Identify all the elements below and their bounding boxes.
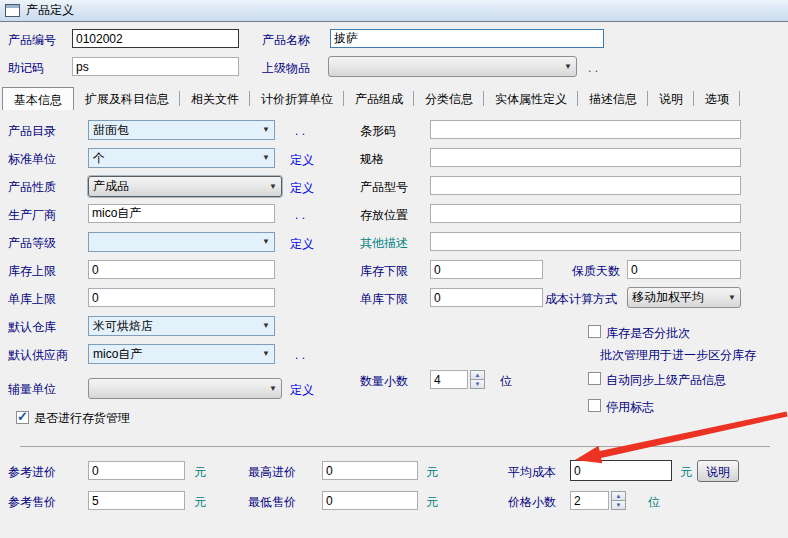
chevron-down-icon: ▼ [269, 183, 277, 191]
nature-define-link[interactable]: 定义 [290, 180, 314, 197]
tab-bar: 基本信息 扩展及科目信息 相关文件 计价折算单位 产品组成 分类信息 实体属性定… [2, 87, 740, 110]
cost-method-combo[interactable]: 移动加权平均 ▼ [627, 287, 741, 308]
chevron-down-icon: ▼ [262, 350, 270, 358]
spinner-up-icon[interactable]: ▲ [470, 370, 485, 379]
warehouse-combo[interactable]: 米可烘焙店 ▼ [88, 316, 275, 336]
avg-cost-unit: 元 [680, 465, 692, 479]
model-input[interactable] [430, 176, 741, 195]
catalog-combo[interactable]: 甜面包 ▼ [88, 120, 275, 140]
chevron-down-icon: ▼ [262, 154, 270, 162]
grade-define-link[interactable]: 定义 [290, 236, 314, 253]
tab-basic-info[interactable]: 基本信息 [2, 87, 74, 110]
spinner-up-icon[interactable]: ▲ [611, 491, 626, 500]
chevron-down-icon: ▼ [728, 294, 736, 302]
manufacturer-more-link[interactable]: . . [295, 208, 305, 222]
store-upper-label: 单库上限 [8, 292, 56, 306]
tab-remark[interactable]: 说明 [648, 87, 694, 110]
warehouse-label: 默认仓库 [8, 320, 56, 334]
ref-purchase-unit: 元 [194, 465, 206, 479]
nature-combo[interactable]: 产成品 ▼ [88, 176, 282, 197]
ref-sale-label: 参考售价 [8, 495, 56, 509]
manufacturer-input[interactable] [88, 204, 275, 223]
shelf-days-label: 保质天数 [572, 264, 620, 278]
chevron-down-icon: ▼ [262, 238, 270, 246]
other-desc-input[interactable] [430, 232, 741, 251]
barcode-input[interactable] [430, 120, 741, 139]
tab-extend-subject-info[interactable]: 扩展及科目信息 [74, 87, 180, 110]
stock-upper-input[interactable] [88, 260, 275, 279]
cost-method-label: 成本计算方式 [545, 292, 617, 306]
parent-item-label: 上级物品 [262, 61, 310, 75]
parent-item-combo[interactable]: ▼ [328, 56, 577, 77]
price-decimal-input[interactable] [570, 491, 609, 510]
avg-cost-label: 平均成本 [508, 465, 556, 479]
store-upper-input[interactable] [88, 288, 275, 307]
sync-parent-label: 自动同步上级产品信息 [606, 373, 726, 387]
tab-options[interactable]: 选项 [694, 87, 740, 110]
spec-label: 规格 [360, 152, 384, 166]
catalog-label: 产品目录 [8, 124, 56, 138]
spinner-down-icon[interactable]: ▼ [611, 500, 626, 510]
product-code-label: 产品编号 [8, 33, 56, 47]
qty-decimal-input[interactable] [430, 370, 468, 389]
std-unit-label: 标准单位 [8, 152, 56, 166]
stock-lower-input[interactable] [430, 260, 543, 279]
aux-unit-label: 辅量单位 [8, 382, 56, 396]
chevron-down-icon: ▼ [269, 385, 277, 393]
std-unit-define-link[interactable]: 定义 [290, 152, 314, 169]
window-title: 产品定义 [26, 2, 74, 19]
spec-input[interactable] [430, 148, 741, 167]
std-unit-combo[interactable]: 个 ▼ [88, 148, 275, 168]
location-input[interactable] [430, 204, 741, 223]
chevron-down-icon: ▼ [262, 322, 270, 330]
max-purchase-input[interactable] [322, 461, 418, 480]
avg-cost-input[interactable] [570, 460, 672, 481]
product-code-input[interactable] [72, 29, 239, 48]
aux-unit-combo[interactable]: ▼ [88, 378, 282, 399]
tab-product-composition[interactable]: 产品组成 [344, 87, 414, 110]
nature-label: 产品性质 [8, 180, 56, 194]
product-name-input[interactable] [330, 29, 604, 48]
tab-entity-attribute[interactable]: 实体属性定义 [484, 87, 578, 110]
batch-label: 库存是否分批次 [606, 326, 690, 340]
ref-purchase-input[interactable] [88, 461, 185, 480]
qty-decimal-stepper[interactable]: ▲ ▼ [470, 370, 485, 389]
stock-lower-label: 库存下限 [360, 264, 408, 278]
spinner-down-icon[interactable]: ▼ [470, 379, 485, 389]
shelf-days-input[interactable] [627, 260, 741, 279]
batch-checkbox[interactable] [588, 325, 601, 338]
tab-related-files[interactable]: 相关文件 [180, 87, 250, 110]
tab-pricing-conversion-unit[interactable]: 计价折算单位 [250, 87, 344, 110]
min-sale-unit: 元 [426, 495, 438, 509]
explain-button[interactable]: 说明 [697, 460, 739, 482]
qty-decimal-unit: 位 [500, 374, 512, 388]
tab-category-info[interactable]: 分类信息 [414, 87, 484, 110]
batch-note: 批次管理用于进一步区分库存 [600, 348, 756, 362]
supplier-label: 默认供应商 [8, 348, 68, 362]
supplier-more-link[interactable]: . . [295, 348, 305, 362]
grade-combo[interactable]: ▼ [88, 232, 275, 252]
ref-sale-input[interactable] [88, 491, 185, 510]
product-name-label: 产品名称 [262, 33, 310, 47]
catalog-more-link[interactable]: . . [295, 124, 305, 138]
other-desc-label[interactable]: 其他描述 [360, 236, 408, 250]
ref-sale-unit: 元 [194, 495, 206, 509]
disabled-flag-checkbox[interactable] [588, 399, 601, 412]
chevron-down-icon: ▼ [564, 63, 572, 71]
price-decimal-stepper[interactable]: ▲ ▼ [611, 491, 626, 510]
min-sale-input[interactable] [322, 491, 418, 510]
mnemonic-input[interactable] [72, 57, 239, 76]
sync-parent-checkbox[interactable] [588, 372, 601, 385]
inventory-mgmt-checkbox[interactable] [16, 411, 29, 424]
chevron-down-icon: ▼ [262, 126, 270, 134]
parent-item-more-link[interactable]: . . [588, 61, 598, 75]
section-divider [20, 446, 770, 447]
supplier-combo[interactable]: mico自产 ▼ [88, 344, 275, 364]
max-purchase-unit: 元 [426, 465, 438, 479]
tab-description-info[interactable]: 描述信息 [578, 87, 648, 110]
ref-purchase-label: 参考进价 [8, 465, 56, 479]
store-lower-input[interactable] [430, 288, 543, 307]
price-decimal-unit: 位 [648, 495, 660, 509]
aux-unit-define-link[interactable]: 定义 [290, 382, 314, 399]
price-decimal-label: 价格小数 [508, 495, 556, 509]
